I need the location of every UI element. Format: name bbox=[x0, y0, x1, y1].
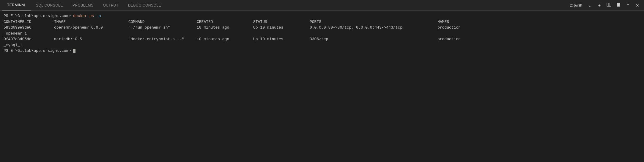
command-docker: docker ps bbox=[73, 14, 94, 18]
final-prompt-line: PS E:\Gitlab\app.ersight.com> bbox=[4, 48, 640, 54]
header-command: COMMAND bbox=[128, 19, 197, 25]
tab-problems[interactable]: PROBLEMS bbox=[68, 0, 98, 10]
tab-bar: TERMINAL SQL CONSOLE PROBLEMS OUTPUT DEB… bbox=[0, 0, 644, 11]
command-line: PS E:\Gitlab\app.ersight.com> docker ps … bbox=[4, 13, 640, 19]
header-container-id: CONTAINER ID bbox=[4, 19, 54, 25]
header-image: IMAGE bbox=[54, 19, 128, 25]
header-ports: PORTS bbox=[310, 19, 437, 25]
tab-terminal[interactable]: TERMINAL bbox=[2, 0, 31, 10]
row1-names: production bbox=[437, 25, 461, 30]
row2-command: "docker-entrypoint.s..." bbox=[128, 36, 197, 42]
row2-container-id: 0f407e8d05de bbox=[4, 36, 54, 42]
delete-terminal-button[interactable] bbox=[614, 1, 623, 10]
split-icon bbox=[607, 2, 611, 8]
tab-output[interactable]: OUTPUT bbox=[98, 0, 123, 10]
row1-name-suffix: _openemr_1 bbox=[4, 31, 27, 36]
row1-status: Up 10 minutes bbox=[253, 25, 310, 31]
row1-ports: 0.0.0.0:80->80/tcp, 0.0.0.0:443->443/tcp bbox=[310, 25, 437, 31]
close-panel-button[interactable]: ✕ bbox=[633, 1, 642, 10]
row2-names: production bbox=[437, 37, 461, 41]
row1-container-id: 583d699e9de6 bbox=[4, 25, 54, 31]
table-row-2-line-2: _mysql_1 bbox=[4, 42, 640, 48]
row1-image: openemr/openemr:6.0.0 bbox=[54, 25, 128, 31]
row1-command: "./run_openemr.sh" bbox=[128, 25, 197, 31]
row2-created: 10 minutes ago bbox=[197, 36, 253, 42]
header-status: STATUS bbox=[253, 19, 310, 25]
chevron-down-button[interactable]: ⌄ bbox=[586, 1, 594, 10]
row2-ports: 3306/tcp bbox=[310, 36, 437, 42]
maximize-panel-button[interactable]: ⌃ bbox=[624, 1, 632, 10]
table-row-2-line-1: 0f407e8d05demariadb:10.5"docker-entrypoi… bbox=[4, 36, 640, 42]
close-icon: ✕ bbox=[636, 3, 639, 8]
header-created: CREATED bbox=[197, 19, 253, 25]
terminal-name-label: 2: pwsh bbox=[570, 3, 582, 7]
row2-status: Up 10 minutes bbox=[253, 36, 310, 42]
svg-rect-1 bbox=[609, 3, 611, 7]
chevron-up-icon: ⌃ bbox=[626, 3, 630, 8]
plus-icon: + bbox=[598, 3, 601, 8]
terminal-content[interactable]: PS E:\Gitlab\app.ersight.com> docker ps … bbox=[0, 11, 644, 162]
add-terminal-button[interactable]: + bbox=[595, 1, 604, 10]
table-row-1-line-1: 583d699e9de6openemr/openemr:6.0.0"./run_… bbox=[4, 25, 640, 31]
chevron-down-icon: ⌄ bbox=[588, 3, 592, 8]
terminal-container: TERMINAL SQL CONSOLE PROBLEMS OUTPUT DEB… bbox=[0, 0, 644, 162]
trash-icon bbox=[616, 2, 621, 8]
svg-rect-0 bbox=[607, 3, 609, 7]
row2-name-suffix: _mysql_1 bbox=[4, 43, 22, 47]
table-row-1-line-2: _openemr_1 bbox=[4, 31, 640, 37]
command-flag: -a bbox=[96, 14, 101, 18]
tab-debug-console[interactable]: DEBUG CONSOLE bbox=[123, 0, 166, 10]
prompt-1: PS E:\Gitlab\app.ersight.com> bbox=[4, 14, 71, 18]
tab-sql-console[interactable]: SQL CONSOLE bbox=[31, 0, 68, 10]
toolbar-right: 2: pwsh ⌄ + bbox=[570, 1, 642, 10]
cursor bbox=[73, 49, 75, 53]
table-header-row: CONTAINER IDIMAGECOMMANDCREATEDSTATUSPOR… bbox=[4, 19, 640, 25]
header-names: NAMES bbox=[437, 20, 449, 24]
split-terminal-button[interactable] bbox=[605, 1, 613, 10]
prompt-2: PS E:\Gitlab\app.ersight.com> bbox=[4, 49, 71, 53]
row1-created: 10 minutes ago bbox=[197, 25, 253, 31]
row2-image: mariadb:10.5 bbox=[54, 36, 128, 42]
